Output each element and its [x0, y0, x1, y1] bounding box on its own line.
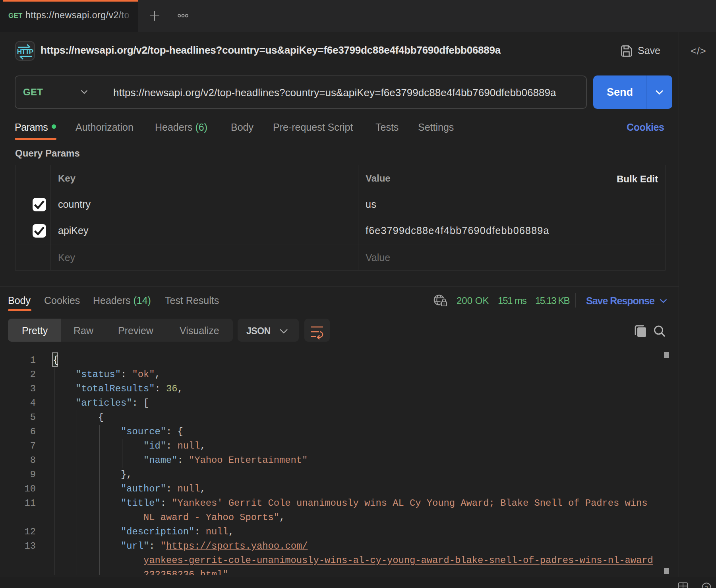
- svg-text:?: ?: [705, 585, 708, 588]
- svg-text:HTTP: HTTP: [17, 48, 33, 56]
